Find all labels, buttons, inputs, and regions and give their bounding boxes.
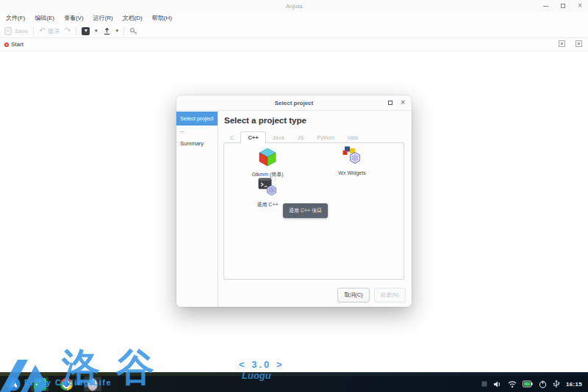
usb-icon[interactable] <box>553 380 560 388</box>
key-tool-button[interactable] <box>129 27 138 35</box>
pane-restore-icon[interactable] <box>559 40 565 47</box>
sidebar-item-summary[interactable]: Summary <box>176 137 218 150</box>
menu-help[interactable]: 帮助(H) <box>152 14 172 22</box>
tab-python[interactable]: Python <box>310 132 340 143</box>
new-file-icon <box>82 27 90 35</box>
project-tooltip: 通用 C++ 项目 <box>283 203 328 218</box>
window-controls: × <box>543 0 582 12</box>
start-tab-label: Start <box>11 41 24 48</box>
project-item-gtkmm[interactable]: Gtkmm (简单) <box>226 148 309 178</box>
tab-vala[interactable]: Vala <box>341 132 365 143</box>
project-item-wxwidgets[interactable]: Wx Widgets <box>311 146 393 175</box>
save-label: Save <box>15 28 28 35</box>
dialog-footer: 取消(C) 前进(N) <box>337 288 406 302</box>
dialog-close-icon[interactable]: × <box>401 99 405 106</box>
menu-file[interactable]: 文件(F) <box>6 14 25 22</box>
redo-button[interactable]: ↷ <box>65 27 71 35</box>
window-titlebar[interactable]: Anjuta × <box>0 0 588 12</box>
dialog-controls: × <box>388 99 405 106</box>
wx-widgets-icon <box>343 146 362 166</box>
undo-label: 撤消 <box>48 27 60 35</box>
anjuta-egg-icon <box>86 377 99 391</box>
new-file-button[interactable] <box>82 27 90 35</box>
minimize-icon[interactable] <box>543 6 548 7</box>
taskbar-app-anjuta[interactable] <box>84 377 101 391</box>
commit-caret-icon[interactable]: ▾ <box>116 28 119 34</box>
menu-document[interactable]: 文档(D) <box>123 14 143 22</box>
tab-js[interactable]: JS <box>290 132 310 143</box>
start-tab-icon <box>4 43 9 47</box>
save-button[interactable]: Save <box>4 27 28 35</box>
select-project-dialog: Select project × Select project -- Summa… <box>176 95 412 307</box>
toolbar-separator <box>33 26 34 35</box>
menu-run[interactable]: 运行(R) <box>93 14 113 22</box>
desktop: Anjuta × 文件(F) 编辑(E) 查看(V) 运行(R) 文档(D) 帮… <box>0 0 588 392</box>
key-icon <box>129 27 138 35</box>
save-icon <box>4 27 12 35</box>
taskbar-app-chrome[interactable] <box>57 377 75 391</box>
luogu-launcher-icon <box>6 377 21 391</box>
upload-icon <box>103 27 111 35</box>
cancel-button[interactable]: 取消(C) <box>337 288 369 302</box>
tab-start[interactable]: Start <box>3 41 24 48</box>
tab-cpp[interactable]: C++ <box>240 131 265 144</box>
tab-java[interactable]: Java <box>266 132 291 143</box>
chrome-icon <box>60 378 73 391</box>
green-app-icon <box>34 378 46 391</box>
forward-button[interactable]: 前进(N) <box>374 288 406 302</box>
taskbar: 16:15 <box>0 376 588 392</box>
dialog-title: Select project <box>176 100 412 106</box>
document-tab-bar: Start <box>0 38 588 51</box>
pane-controls <box>559 40 582 47</box>
menu-edit[interactable]: 编辑(E) <box>35 14 54 22</box>
taskbar-apps <box>0 377 101 391</box>
project-list: Gtkmm (简单) <box>223 142 404 280</box>
system-tray: 16:15 <box>481 380 588 388</box>
tab-c[interactable]: C <box>223 132 240 143</box>
taskbar-app-editor[interactable] <box>31 377 49 391</box>
terminal-package-icon <box>258 178 277 197</box>
dialog-titlebar[interactable]: Select project × <box>176 95 412 111</box>
toolbar: Save ↶ 撤消 ↷ ▾ ▾ <box>0 24 588 38</box>
close-icon[interactable]: × <box>578 2 582 10</box>
dialog-body: Select project -- Summary Select a proje… <box>176 111 412 307</box>
dialog-main: Select a project type C C++ Java JS Pyth… <box>218 111 412 307</box>
power-icon[interactable] <box>539 380 547 388</box>
language-tabs: C C++ Java JS Python Vala <box>223 132 365 143</box>
sidebar-item-select-project[interactable]: Select project <box>176 112 218 126</box>
maximize-icon[interactable] <box>561 4 565 8</box>
redo-icon: ↷ <box>65 27 71 35</box>
toolbar-separator <box>76 26 76 35</box>
window-title: Anjuta <box>0 3 588 10</box>
battery-icon[interactable] <box>523 380 533 388</box>
dialog-maximize-icon[interactable] <box>388 101 392 105</box>
wifi-icon[interactable] <box>508 380 517 388</box>
undo-icon: ↶ <box>39 27 45 35</box>
toolbar-separator <box>123 26 124 35</box>
clock[interactable]: 16:15 <box>566 381 582 388</box>
launcher-button[interactable] <box>4 377 22 391</box>
project-label: Wx Widgets <box>311 170 393 175</box>
volume-icon[interactable] <box>493 380 502 388</box>
menu-bar: 文件(F) 编辑(E) 查看(V) 运行(R) 文档(D) 帮助(H) <box>0 12 588 24</box>
sidebar-item-placeholder: -- <box>176 126 218 137</box>
dialog-heading: Select a project type <box>224 116 306 125</box>
pane-maximize-icon[interactable] <box>576 40 582 47</box>
dialog-sidebar: Select project -- Summary <box>176 111 218 307</box>
new-file-caret-icon[interactable]: ▾ <box>95 28 98 34</box>
undo-button[interactable]: ↶ 撤消 <box>39 27 59 35</box>
input-method-icon[interactable] <box>481 381 487 387</box>
commit-button[interactable] <box>103 27 111 35</box>
gtkmm-cube-icon <box>258 148 277 167</box>
menu-view[interactable]: 查看(V) <box>64 14 84 22</box>
